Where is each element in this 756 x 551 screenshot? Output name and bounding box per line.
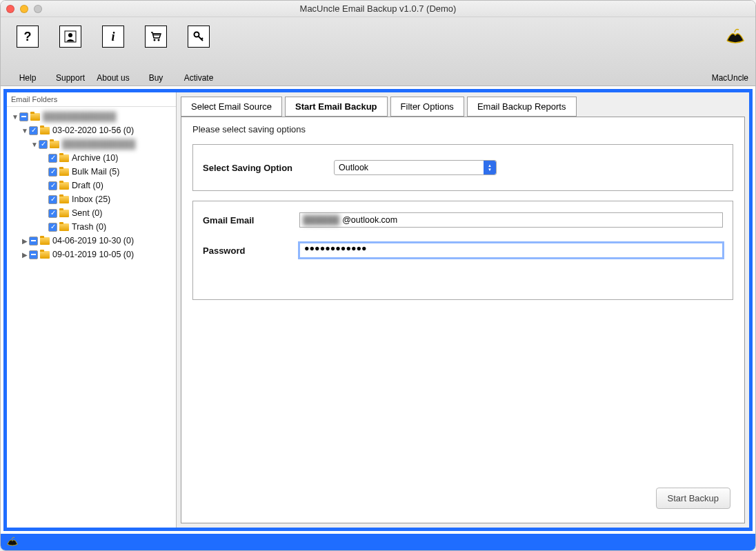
tree-label: Trash (0) xyxy=(72,222,106,232)
tree-leaf[interactable]: Trash (0) xyxy=(8,220,175,234)
checkbox-icon[interactable] xyxy=(48,154,57,163)
footer-bar xyxy=(1,534,755,550)
sidebar: Email Folders ▼ ████████████ ▼ 03-02-202… xyxy=(7,92,177,528)
tree-leaf[interactable]: Archive (10) xyxy=(8,151,175,165)
password-value: ●●●●●●●●●●●● xyxy=(304,243,367,253)
tree-label: 04-06-2019 10-30 (0) xyxy=(52,236,134,246)
titlebar: MacUncle Email Backup v1.0.7 (Demo) xyxy=(1,1,755,17)
checkbox-icon[interactable] xyxy=(29,250,38,259)
folder-icon xyxy=(40,237,50,245)
saving-option-label: Select Saving Option xyxy=(203,163,299,173)
folder-icon xyxy=(59,196,69,203)
chevron-down-icon[interactable]: ▼ xyxy=(21,127,29,134)
svg-line-8 xyxy=(201,38,203,39)
cart-icon xyxy=(145,26,167,48)
brand-logo xyxy=(725,26,750,45)
tree-root[interactable]: ▼ ████████████ xyxy=(8,110,175,123)
tab-filter-options[interactable]: Filter Options xyxy=(390,97,464,117)
folder-icon xyxy=(59,168,69,176)
toolbar-item-buy[interactable] xyxy=(135,26,177,48)
select-value: Outlook xyxy=(339,163,368,172)
toolbar-item-support[interactable] xyxy=(49,26,92,48)
password-label: Password xyxy=(203,246,299,256)
folder-icon xyxy=(40,127,50,134)
svg-point-3 xyxy=(158,39,160,41)
tab-bar: Select Email Source Start Email Backup F… xyxy=(181,97,745,117)
key-icon xyxy=(188,26,210,48)
backup-panel: Please select saving options Select Savi… xyxy=(181,117,745,523)
tab-reports[interactable]: Email Backup Reports xyxy=(467,97,577,117)
tree-leaf[interactable]: Bulk Mail (5) xyxy=(8,165,175,179)
help-icon: ? xyxy=(17,26,39,48)
toolbar-item-about[interactable]: i xyxy=(92,26,135,48)
checkbox-icon[interactable] xyxy=(48,223,57,232)
checkbox-icon[interactable] xyxy=(29,126,38,135)
toolbar-item-activate[interactable] xyxy=(177,26,220,48)
credentials-group: Gmail Email ██████ @outlook.com Password xyxy=(192,201,733,300)
tree-label: 03-02-2020 10-56 (0) xyxy=(52,126,134,135)
tree-label: Draft (0) xyxy=(72,181,103,190)
tree-label: 09-01-2019 10-05 (0) xyxy=(52,250,134,259)
folder-icon xyxy=(50,141,59,148)
app-window: MacUncle Email Backup v1.0.7 (Demo) ? i … xyxy=(0,0,756,551)
svg-point-2 xyxy=(154,39,156,41)
tree-node-date[interactable]: ▼ 03-02-2020 10-56 (0) xyxy=(8,123,175,137)
folder-icon xyxy=(59,182,69,190)
tree-label: ████████████ xyxy=(43,112,116,121)
checkbox-icon[interactable] xyxy=(48,168,57,177)
tab-start-backup[interactable]: Start Email Backup xyxy=(285,97,388,117)
tree-leaf[interactable]: Inbox (25) xyxy=(8,192,175,206)
tree-node-account[interactable]: ▼ ████████████ xyxy=(8,137,175,151)
checkbox-icon[interactable] xyxy=(48,181,57,190)
toolbar-item-help[interactable]: ? xyxy=(6,26,49,48)
checkbox-icon[interactable] xyxy=(29,237,38,246)
brand-label: MacUncle xyxy=(712,73,748,83)
tree-label: Archive (10) xyxy=(72,153,118,163)
start-backup-button[interactable]: Start Backup xyxy=(656,488,730,509)
folder-icon xyxy=(59,154,69,162)
tree-label: Sent (0) xyxy=(72,208,102,218)
password-field[interactable]: ●●●●●●●●●●●● xyxy=(299,243,723,258)
folder-icon xyxy=(30,113,40,121)
checkbox-icon[interactable] xyxy=(39,140,48,149)
checkbox-icon[interactable] xyxy=(19,112,28,121)
tree-node-date[interactable]: ▶ 09-01-2019 10-05 (0) xyxy=(8,248,175,261)
svg-point-1 xyxy=(68,33,72,37)
tree-leaf[interactable]: Draft (0) xyxy=(8,179,175,192)
folder-icon xyxy=(59,223,69,231)
saving-option-group: Select Saving Option Outlook ▲▼ xyxy=(192,144,733,191)
sidebar-header: Email Folders xyxy=(7,92,176,107)
panel-instruction: Please select saving options xyxy=(192,124,733,134)
svg-point-6 xyxy=(195,32,199,37)
tree-label: Bulk Mail (5) xyxy=(72,167,119,177)
email-user-blur: ██████ xyxy=(300,215,342,225)
tree-leaf[interactable]: Sent (0) xyxy=(8,206,175,220)
info-icon: i xyxy=(102,26,124,48)
toolbar-label: About us xyxy=(92,73,135,83)
window-title: MacUncle Email Backup v1.0.7 (Demo) xyxy=(1,3,755,14)
toolbar-label: Activate xyxy=(177,73,220,83)
chevron-right-icon[interactable]: ▶ xyxy=(21,251,29,259)
chevron-down-icon[interactable]: ▼ xyxy=(11,113,19,121)
email-domain: @outlook.com xyxy=(342,215,401,225)
saving-option-select[interactable]: Outlook ▲▼ xyxy=(334,160,497,175)
toolbar-labels: Help Support About us Buy Activate xyxy=(6,73,220,83)
brand-icon xyxy=(6,535,19,550)
toolbar-label: Support xyxy=(49,73,92,83)
person-icon xyxy=(59,26,81,48)
checkbox-icon[interactable] xyxy=(48,195,57,204)
folder-icon xyxy=(40,251,50,259)
tab-select-source[interactable]: Select Email Source xyxy=(181,97,282,117)
folder-icon xyxy=(59,210,69,217)
chevron-updown-icon: ▲▼ xyxy=(484,161,496,174)
email-label: Gmail Email xyxy=(203,215,299,226)
tree-node-date[interactable]: ▶ 04-06-2019 10-30 (0) xyxy=(8,234,175,248)
chevron-down-icon[interactable]: ▼ xyxy=(30,141,39,148)
checkbox-icon[interactable] xyxy=(48,209,57,218)
toolbar-label: Help xyxy=(6,73,49,83)
toolbar-label: Buy xyxy=(135,73,177,83)
chevron-right-icon[interactable]: ▶ xyxy=(21,237,29,245)
email-field[interactable]: ██████ @outlook.com xyxy=(299,212,723,228)
folder-tree: ▼ ████████████ ▼ 03-02-2020 10-56 (0) ▼ xyxy=(7,107,176,264)
toolbar: ? i Help Support About us Buy Activate xyxy=(1,17,755,86)
